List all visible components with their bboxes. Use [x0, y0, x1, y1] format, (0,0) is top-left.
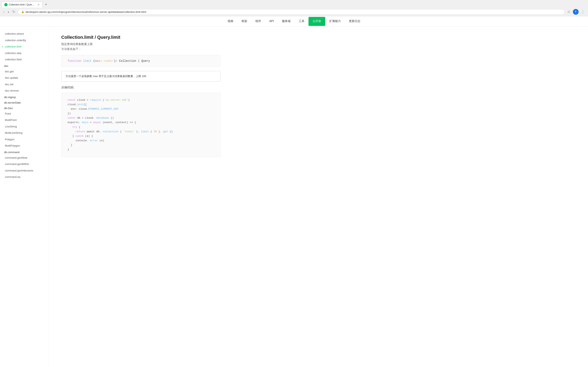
new-tab-button[interactable]: + [43, 2, 49, 8]
sidebar-item-command-geowithin[interactable]: command.geoWithin [0, 161, 49, 167]
sidebar-item-multilinestring[interactable]: MultiLineString [0, 130, 49, 136]
code-line-3: env: cloud.DYNAMIC_CURRENT_ENV [68, 107, 214, 111]
nav-item-extension[interactable]: 扩展能力 [325, 17, 345, 26]
sidebar-group-db-command: db.command [0, 149, 49, 155]
sidebar-item-multipoint[interactable]: MultiPoint [0, 117, 49, 123]
nav-item-framework[interactable]: 框架 [237, 17, 251, 26]
code-fn-get: get [163, 130, 168, 133]
note-text: 方法接受一个必填参数 max 用于定义最大结果集返回数量，上限 100 [66, 75, 146, 78]
menu-button[interactable]: ⋮ [580, 9, 586, 15]
nav-item-server[interactable]: 服务端 [278, 17, 295, 26]
nav-item-tools[interactable]: 工具 [295, 17, 309, 26]
sidebar-item-linestring[interactable]: LineString [0, 123, 49, 130]
code-block: const cloud = require ('wx-server-sdk') … [61, 93, 221, 157]
toolbar-icons: ☆ T ⋮ [566, 9, 586, 15]
code-var-db: db = cloud. [77, 117, 95, 119]
code-line-5: const db = cloud. database () [68, 116, 214, 120]
code-dynamic: DYNAMIC_CURRENT_ENV [88, 108, 118, 110]
code-exports: exports. [68, 121, 80, 124]
sidebar-item-collection-where[interactable]: collection.where [0, 31, 49, 37]
main-content: Collection.limit / Query.limit 指定查询结果集数量… [49, 26, 233, 367]
nav-item-cloud[interactable]: 云开发 [309, 17, 325, 26]
code-brace-try: { [79, 125, 80, 129]
tab-close-button[interactable]: ✕ [37, 3, 40, 6]
active-tab[interactable]: Collection.limit / Query.limit | ✕ [2, 2, 43, 8]
sidebar-item-doc-remove[interactable]: doc.remove [0, 87, 49, 94]
code-cloud-1: cloud. [68, 103, 77, 106]
forward-button[interactable]: › [7, 9, 10, 15]
page-description: 指定查询结果集数量上限 [61, 42, 221, 46]
nav-item-component[interactable]: 组件 [251, 17, 265, 26]
code-fn-require: require [90, 99, 101, 101]
code-fn-database: database [96, 117, 109, 119]
sidebar-item-command-eq[interactable]: command.eq [0, 174, 49, 180]
code-line-11: } [68, 143, 214, 147]
code-fn-limit: limit [141, 130, 149, 133]
url-bar[interactable]: 🔒 developers.weixin.qq.com/miniprogram/d… [18, 9, 565, 15]
sidebar-item-doc-update[interactable]: doc.update [0, 75, 49, 81]
sidebar-item-collection-field[interactable]: collection.field [0, 56, 49, 63]
code-eq-1: = [87, 99, 90, 101]
tab-title: Collection.limit / Query.limit | [9, 3, 35, 6]
code-chain-1: ). [136, 130, 139, 133]
signature-return: Collection | Query [119, 59, 150, 63]
nav-item-api[interactable]: API [265, 17, 278, 26]
signature-paren-close: ): [114, 59, 119, 63]
sidebar-group-db-geo: db.Geo [0, 105, 49, 110]
code-brace-close: } [72, 134, 76, 138]
sidebar-group-db-serverdate: db.serverDate [0, 100, 49, 105]
code-line-7: try { [68, 125, 214, 129]
sidebar-item-polygon[interactable]: Polygon [0, 136, 49, 143]
code-close-1: }) [68, 112, 71, 115]
nav-item-guide[interactable]: 指南 [224, 17, 237, 26]
sidebar-item-command-geointersects[interactable]: command.geoIntersects [0, 167, 49, 174]
code-line-2: cloud.init({ [68, 102, 214, 107]
top-nav: 指南 框架 组件 API 服务端 工具 云开发 扩展能力 更新日志 [0, 16, 588, 26]
code-final-brace: } [68, 148, 69, 151]
page-title: Collection.limit / Query.limit [61, 35, 221, 40]
signature-colon: : [100, 59, 104, 63]
sidebar-item-collection-skip[interactable]: collection.skip [0, 50, 49, 57]
sidebar-group-db-regexp: db.regexp [0, 94, 49, 100]
code-line-12: } [68, 147, 214, 152]
sidebar-item-doc-get[interactable]: doc.get [0, 68, 49, 75]
sidebar-item-collection-orderby[interactable]: collection.orderBy [0, 37, 49, 44]
code-await: await db. [87, 130, 101, 133]
refresh-button[interactable]: ↻ [11, 9, 16, 15]
code-eq-2: = [90, 121, 93, 124]
user-avatar[interactable]: T [573, 9, 579, 15]
code-str-sdk: 'wx-server-sdk' [104, 99, 128, 101]
code-console: console. [76, 139, 88, 142]
code-env: env: cloud. [68, 108, 88, 110]
lock-icon: 🔒 [21, 10, 24, 13]
code-num-10: 10 [154, 130, 157, 133]
sidebar-item-multipolygon[interactable]: MultiPolygon [0, 142, 49, 149]
code-line-10: console. error (e) [68, 138, 214, 143]
url-text: developers.weixin.qq.com/miniprogram/dev… [26, 10, 146, 13]
code-line-4: }) [68, 111, 214, 116]
signature-type: number [104, 59, 114, 63]
nav-item-changelog[interactable]: 更新日志 [345, 17, 364, 26]
back-button[interactable]: ‹ [2, 9, 5, 15]
code-async: async [93, 121, 101, 124]
code-try: try [72, 125, 77, 129]
code-signature: function limit (max: number): Collection… [61, 55, 221, 67]
sidebar-item-doc-set[interactable]: doc.set [0, 81, 49, 88]
code-chain-2: ). [158, 130, 162, 133]
code-catch: catch [76, 134, 84, 138]
signature-function-name: limit [83, 59, 92, 63]
bookmark-button[interactable]: ☆ [566, 9, 571, 15]
code-indent-2 [68, 130, 74, 133]
sidebar-item-collection-limit[interactable]: collection.limit [0, 43, 49, 50]
code-indent-4 [68, 139, 74, 142]
sidebar-item-command-geonear[interactable]: command.geoNear [0, 155, 49, 161]
code-indent-5: } [68, 143, 72, 147]
code-line-9: } catch (e) { [68, 134, 214, 138]
tab-favicon [4, 3, 8, 6]
note-box: 方法接受一个必填参数 max 用于定义最大结果集返回数量，上限 100 [61, 71, 221, 82]
code-paren-limit: ( [150, 130, 152, 133]
sidebar-item-point[interactable]: Point [0, 110, 49, 117]
code-str-todos: 'todos' [123, 130, 135, 133]
code-paren-get: () [170, 130, 173, 133]
address-bar: ‹ › ↻ 🔒 developers.weixin.qq.com/minipro… [0, 8, 588, 16]
